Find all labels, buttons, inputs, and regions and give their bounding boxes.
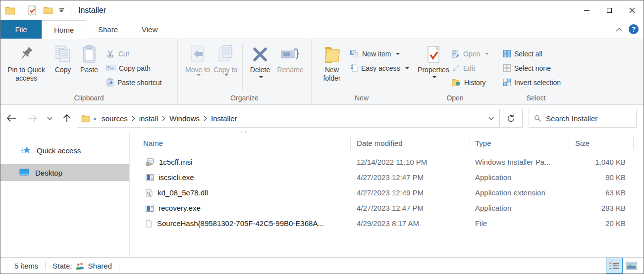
history-button[interactable]: History [452, 76, 489, 89]
forward-button[interactable] [22, 114, 42, 122]
invert-selection-icon [503, 79, 511, 86]
properties-button[interactable]: Properties [416, 42, 451, 92]
cut-icon [107, 50, 115, 58]
file-size: 1,040 KB [569, 158, 634, 166]
dropdown-caret-icon [259, 76, 263, 78]
ribbon-group-clipboard: Pin to Quick access Copy Paste [0, 39, 178, 104]
invert-selection-label: Invert selection [514, 79, 561, 87]
chevron-right-icon[interactable] [132, 116, 135, 121]
customize-quick-access-toolbar-button[interactable] [58, 8, 65, 12]
new-item-button[interactable]: New item [350, 47, 409, 60]
properties-icon [427, 43, 440, 66]
history-icon [452, 79, 461, 86]
column-header-name[interactable]: Name [130, 136, 351, 150]
clipboard-group-label: Clipboard [0, 92, 177, 104]
open-label: Open [463, 50, 480, 58]
pin-to-quick-access-button[interactable]: Pin to Quick access [2, 42, 50, 92]
status-bar: 5 items State: Shared [0, 257, 644, 274]
chevron-right-icon[interactable] [162, 116, 165, 121]
sidebar-quick-access-label: Quick access [37, 146, 81, 155]
cut-button[interactable]: Cut [107, 47, 162, 60]
easy-access-label: Easy access [361, 64, 400, 72]
search-box[interactable] [529, 109, 637, 128]
help-icon[interactable] [629, 24, 639, 34]
copy-to-button[interactable]: Copy to [212, 42, 239, 92]
tab-view[interactable]: View [130, 20, 169, 39]
column-header-type[interactable]: Type [470, 136, 569, 150]
collapse-ribbon-icon[interactable] [616, 27, 623, 32]
up-button[interactable] [57, 114, 77, 123]
file-type: Application extension [470, 188, 569, 197]
navigation-pane: Quick access Desktop [0, 132, 130, 257]
rename-button[interactable]: Rename [274, 42, 306, 92]
tab-home[interactable]: Home [42, 20, 86, 39]
copy-path-icon [107, 65, 115, 71]
sort-ascending-icon [240, 132, 247, 133]
thumbnail-view-icon [626, 262, 637, 270]
copy-path-label: Copy path [119, 64, 151, 72]
delete-button[interactable]: Delete [246, 42, 274, 92]
select-all-button[interactable]: Select all [503, 47, 561, 60]
column-header-size[interactable]: Size [569, 136, 634, 150]
recent-locations-button[interactable] [42, 117, 57, 120]
minimize-button[interactable] [575, 2, 598, 18]
minimize-icon [584, 10, 590, 11]
select-none-button[interactable]: Select none [503, 62, 561, 74]
divider [20, 6, 20, 15]
edit-icon [452, 64, 460, 72]
copy-path-button[interactable]: Copy path [107, 62, 162, 74]
easy-access-button[interactable]: Easy access [350, 62, 409, 74]
breadcrumb-item-windows[interactable]: Windows [167, 114, 202, 123]
new-folder-button[interactable]: New folder [319, 42, 345, 92]
ribbon-group-select: Select all Select none Invert selection … [498, 39, 574, 104]
thumbnail-view-button[interactable] [623, 258, 640, 274]
copy-icon [54, 43, 72, 66]
breadcrumb-overflow[interactable]: « [92, 115, 98, 122]
refresh-button[interactable] [499, 109, 522, 127]
breadcrumb: « sources install Windows Installer [77, 114, 483, 123]
back-button[interactable] [0, 114, 22, 122]
quick-access-properties-button[interactable] [26, 4, 39, 17]
file-row[interactable]: 1c5cff.msi 12/14/2022 11:10 PM Windows I… [130, 154, 644, 170]
paste-shortcut-button[interactable]: Paste shortcut [107, 76, 162, 89]
column-header-date-modified[interactable]: Date modified [351, 136, 470, 150]
breadcrumb-item-install[interactable]: install [137, 114, 160, 123]
copy-button[interactable]: Copy [50, 42, 76, 92]
shared-people-icon [75, 262, 85, 270]
ribbon-group-new: New folder New item Easy access New [312, 39, 412, 104]
close-button[interactable] [621, 2, 644, 18]
rename-icon [280, 43, 300, 66]
ribbon-tab-bar: File Home Share View [0, 20, 644, 39]
copy-to-icon [216, 43, 234, 66]
open-button[interactable]: Open [452, 47, 489, 60]
file-row[interactable]: SourceHash{89581302-705F-42C5-99B0-E368A… [130, 216, 644, 231]
address-dropdown-button[interactable] [483, 109, 499, 127]
folder-window-icon [5, 6, 16, 15]
move-to-button[interactable]: Move to [184, 42, 212, 92]
refresh-icon [507, 114, 515, 123]
sidebar-item-quick-access[interactable]: Quick access [0, 142, 129, 158]
search-input[interactable] [546, 114, 631, 123]
invert-selection-button[interactable]: Invert selection [503, 76, 561, 89]
file-row[interactable]: kd_08_5e78.dll 4/27/2023 12:49 PM Applic… [130, 185, 644, 200]
file-name: kd_08_5e78.dll [158, 188, 208, 197]
tab-file[interactable]: File [0, 20, 42, 39]
paste-button[interactable]: Paste [76, 42, 103, 92]
ribbon-group-organize: Move to Copy to Delete [178, 39, 312, 104]
chevron-right-icon[interactable] [204, 116, 207, 121]
file-row[interactable]: iscsicli.exe 4/27/2023 12:47 PM Applicat… [130, 170, 644, 185]
quick-access-new-folder-button[interactable] [42, 4, 54, 17]
tab-share[interactable]: Share [86, 20, 130, 39]
file-row[interactable]: recovery.exe 4/27/2023 12:47 PM Applicat… [130, 200, 644, 216]
file-size: 90 KB [569, 173, 634, 182]
breadcrumb-item-sources[interactable]: sources [100, 114, 130, 123]
maximize-button[interactable] [598, 2, 621, 18]
address-bar[interactable]: « sources install Windows Installer [77, 109, 523, 128]
move-to-label: Move to [185, 66, 210, 74]
file-date: 4/27/2023 12:47 PM [351, 173, 470, 182]
details-view-button[interactable] [606, 258, 623, 274]
state-value: Shared [88, 262, 112, 270]
edit-button[interactable]: Edit [452, 62, 489, 74]
breadcrumb-item-installer[interactable]: Installer [209, 114, 239, 123]
sidebar-item-desktop[interactable]: Desktop [0, 164, 129, 181]
